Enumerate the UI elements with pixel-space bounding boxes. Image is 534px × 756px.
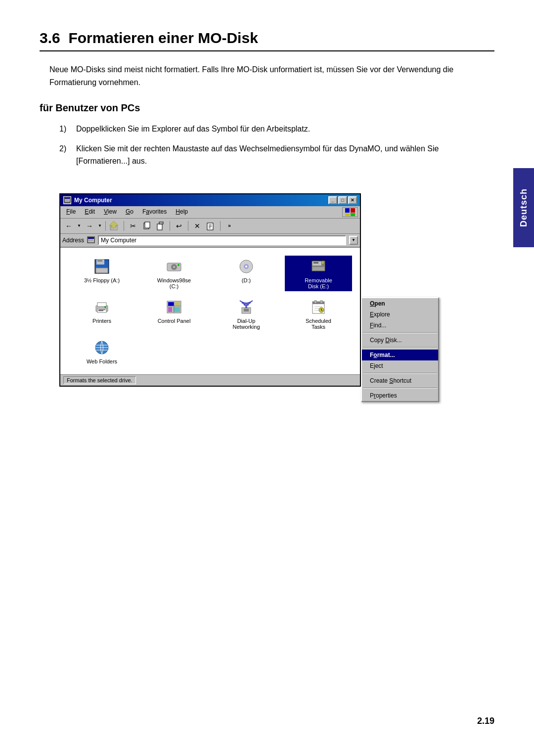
icon-web-folders[interactable]: Web Folders [68,337,135,366]
svg-rect-26 [96,268,108,273]
svg-rect-47 [175,302,180,306]
svg-rect-20 [88,237,94,239]
page-number: 2.19 [477,716,494,726]
address-icon [87,236,95,244]
status-text: Formats the selected drive. [63,376,136,384]
ctx-sep-4 [363,388,437,389]
window-title: My Computer [74,197,112,204]
toolbar: ← ▼ → ▼ ✂ [60,219,360,234]
svg-point-33 [245,266,247,267]
svg-rect-4 [345,208,350,213]
svg-rect-37 [312,267,324,270]
back-button[interactable]: ← [62,220,75,232]
menu-edit[interactable]: Edit [81,207,99,217]
menubar: File Edit View Go Favorites Help [60,206,360,219]
copy-button[interactable] [140,220,153,232]
icon-tasks[interactable]: ScheduledTasks [285,296,352,332]
svg-rect-21 [89,239,90,241]
address-dropdown[interactable]: ▼ [349,236,358,245]
step-2: 2) Klicken Sie mit der rechten Maustaste… [59,142,494,168]
svg-rect-48 [168,307,172,312]
paste-button[interactable] [154,220,167,232]
section-title: 3.6 Formatieren einer MO-Disk [40,30,494,51]
steps-list: 1) Doppelklicken Sie im Explorer auf das… [59,123,494,168]
icon-control-panel[interactable]: Control Panel [140,296,208,332]
ctx-open[interactable]: Open [362,298,438,309]
svg-point-29 [173,266,175,268]
main-content: 3½ Floppy (A:) Windows98se(C:) [60,248,360,374]
svg-rect-57 [314,301,316,303]
svg-rect-1 [65,198,70,199]
menu-file[interactable]: File [62,207,80,217]
titlebar: My Computer _ □ ✕ [60,194,360,206]
svg-rect-7 [351,213,355,216]
menu-view[interactable]: View [100,207,121,217]
cut-button[interactable]: ✂ [127,220,139,232]
svg-rect-12 [145,222,150,228]
minimize-button[interactable]: _ [328,196,337,204]
address-label: Address [62,237,84,244]
svg-rect-36 [313,262,318,264]
undo-button[interactable]: ↩ [173,220,185,232]
delete-button[interactable]: ✕ [191,220,204,232]
more-button[interactable]: » [223,220,236,232]
ctx-format[interactable]: Format... [362,350,438,360]
svg-rect-46 [168,302,174,306]
up-button[interactable] [108,220,121,232]
svg-rect-13 [157,224,162,230]
maximize-button[interactable]: □ [338,196,347,204]
side-tab: Deutsch [513,168,534,247]
network-icon [342,207,358,217]
forward-dropdown[interactable]: ▼ [97,220,103,232]
subsection-title: für Benutzer von PCs [40,102,494,114]
icon-removable[interactable]: RemovableDisk (E:) [285,256,352,291]
ctx-copy-disk[interactable]: Copy Disk... [362,335,438,346]
icon-printers[interactable]: Printers [68,296,135,332]
title-buttons: _ □ ✕ [328,196,357,204]
menu-go[interactable]: Go [122,207,137,217]
svg-rect-38 [322,261,324,264]
context-menu: Open Explore Find... Copy Disk... Format… [361,297,439,402]
svg-rect-40 [97,303,106,307]
menu-favorites[interactable]: Favorites [138,207,171,217]
toolbar-sep-5 [220,221,221,231]
svg-rect-3 [67,199,69,201]
address-input[interactable]: My Computer [98,235,346,245]
ctx-create-shortcut[interactable]: Create Shortcut [362,375,438,386]
toolbar-sep-2 [124,221,124,231]
addressbar: Address My Computer ▼ [60,234,360,248]
menu-help[interactable]: Help [172,207,192,217]
close-button[interactable]: ✕ [348,196,357,204]
back-dropdown[interactable]: ▼ [76,220,82,232]
svg-rect-25 [97,260,102,262]
ctx-explore[interactable]: Explore [362,309,438,320]
window-icon [63,196,71,204]
icon-dialup[interactable]: Dial-UpNetworking [213,296,280,332]
forward-button[interactable]: → [83,220,96,232]
svg-rect-22 [91,239,92,241]
ctx-properties[interactable]: Properties [362,390,438,401]
ctx-sep-2 [363,347,437,348]
page-container: Deutsch 3.6 Formatieren einer MO-Disk Ne… [0,0,534,756]
svg-rect-6 [345,213,350,216]
body-text: Neue MO-Disks sind meist nicht formatier… [49,63,494,89]
svg-rect-14 [159,222,163,224]
svg-point-53 [245,306,247,308]
icon-hdd[interactable]: Windows98se(C:) [140,256,208,291]
svg-rect-54 [244,309,249,311]
icon-cdrom[interactable]: (D:) [213,256,280,291]
screenshot-wrapper: My Computer _ □ ✕ File Edit View Go Favo… [59,193,361,387]
svg-rect-58 [320,301,322,303]
svg-rect-5 [351,208,355,213]
toolbar-sep-1 [105,221,106,231]
svg-point-30 [178,264,179,266]
win98-window: My Computer _ □ ✕ File Edit View Go Favo… [59,193,361,387]
ctx-eject[interactable]: Eject [362,360,438,371]
toolbar-sep-3 [170,221,170,231]
icon-floppy[interactable]: 3½ Floppy (A:) [68,256,135,291]
statusbar: Formats the selected drive. [60,374,360,386]
svg-rect-42 [98,310,105,310]
ctx-sep-1 [363,332,437,333]
ctx-find[interactable]: Find... [362,320,438,331]
properties-button[interactable] [205,220,218,232]
